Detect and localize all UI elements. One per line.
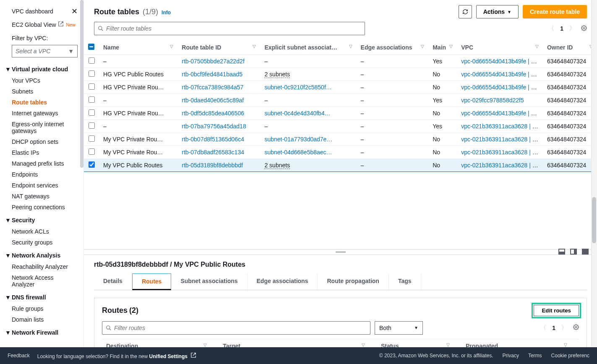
vpc-link[interactable]: vpc-0d66554d0413b49fe | HG… <box>461 71 543 78</box>
vpc-link[interactable]: vpc-021b363911aca3628 | My… <box>461 136 543 143</box>
route-column-header[interactable]: Destination▽ <box>102 339 219 347</box>
ec2-global-view-link[interactable]: EC2 Global View <box>12 21 56 28</box>
cookie-link[interactable]: Cookie preferenc <box>551 353 589 359</box>
table-row[interactable]: My VPC Private Rou…rtb-0b07d8f51365d06c4… <box>84 133 597 146</box>
tab-edge-associations[interactable]: Edge associations <box>248 273 318 290</box>
nav-group-header[interactable]: ▼Security <box>0 213 83 226</box>
subnet-link[interactable]: 2 subnets <box>264 71 290 78</box>
routes-filter-select[interactable]: Both ▼ <box>375 321 423 335</box>
tab-tags[interactable]: Tags <box>389 273 421 290</box>
pane-bottom-button[interactable] <box>558 249 565 255</box>
sidebar-scrollbar[interactable] <box>80 0 83 168</box>
actions-button[interactable]: Actions ▼ <box>476 5 519 18</box>
vpc-dashboard-link[interactable]: VPC dashboard <box>12 8 53 15</box>
route-column-header[interactable]: Propagated▽ <box>461 339 579 347</box>
nav-group-header[interactable]: ▼Network Analysis <box>0 248 83 261</box>
nav-group-header[interactable]: ▼Network Firewall <box>0 325 83 338</box>
nav-item[interactable]: Route tables <box>0 97 83 108</box>
column-header[interactable]: Edge associations▽ <box>357 40 429 55</box>
nav-item[interactable]: Endpoint services <box>0 180 83 191</box>
row-checkbox[interactable] <box>89 148 95 155</box>
row-checkbox[interactable] <box>89 57 95 64</box>
vpc-link[interactable]: vpc-021b363911aca3628 | My… <box>461 162 543 169</box>
nav-item[interactable]: Network Access Analyzer <box>0 272 83 290</box>
vpc-link[interactable]: vpc-0d66554d0413b49fe | HG… <box>461 84 543 91</box>
nav-item[interactable]: Subnets <box>0 86 83 97</box>
routes-settings-button[interactable] <box>573 324 579 331</box>
nav-item[interactable]: Endpoints <box>0 169 83 180</box>
filter-route-tables-search[interactable] <box>94 22 365 35</box>
nav-item[interactable]: Rule groups <box>0 303 83 314</box>
column-header[interactable]: Explicit subnet associat…▽ <box>260 40 356 55</box>
tab-subnet-associations[interactable]: Subnet associations <box>171 273 247 290</box>
route-table-id-link[interactable]: rtb-0b07d8f51365d06c4 <box>182 136 244 143</box>
column-header[interactable]: Route table ID▽ <box>177 40 260 55</box>
subnet-link[interactable]: 2 subnets <box>264 162 290 169</box>
select-all-checkbox[interactable] <box>88 44 94 50</box>
column-header[interactable]: Owner ID▽ <box>543 40 597 55</box>
vpc-link[interactable]: vpc-0d66554d0413b49fe | HG… <box>461 58 543 65</box>
nav-item[interactable]: DHCP option sets <box>0 136 83 147</box>
table-row[interactable]: HG VPC Private Rou…rtb-0df5dc85dea406506… <box>84 107 597 120</box>
row-checkbox[interactable] <box>89 96 95 103</box>
filter-input[interactable] <box>106 25 361 32</box>
tab-route-propagation[interactable]: Route propagation <box>318 273 388 290</box>
route-column-header[interactable]: Target▽ <box>219 339 377 347</box>
table-row[interactable]: My VPC Public Routesrtb-05d3189bf8debbbd… <box>84 159 597 172</box>
nav-item[interactable]: Your VPCs <box>0 75 83 86</box>
table-row[interactable]: HG VPC Private Rou…rtb-07fcca7389c984a57… <box>84 81 597 94</box>
nav-item[interactable]: Security groups <box>0 237 83 248</box>
subnet-id-link[interactable]: subnet-04d668e5b8aec… <box>264 149 332 156</box>
nav-item[interactable]: Elastic IPs <box>0 147 83 158</box>
route-table-id-link[interactable]: rtb-07fcca7389c984a57 <box>182 84 243 91</box>
table-row[interactable]: HG VPC Public Routesrtb-0bcf9fed4841baad… <box>84 68 597 81</box>
nav-item[interactable]: Reachability Analyzer <box>0 261 83 272</box>
nav-group-header[interactable]: ▼Virtual private cloud <box>0 62 83 75</box>
nav-group-header[interactable]: ▼DNS firewall <box>0 290 83 303</box>
nav-item[interactable]: Peering connections <box>0 202 83 213</box>
main-scrollbar-thumb[interactable] <box>592 197 596 243</box>
refresh-button[interactable] <box>459 5 472 18</box>
vpc-link[interactable]: vpc-021b363911aca3628 | My… <box>461 123 543 130</box>
subnet-id-link[interactable]: subnet-01a7793d0ad7e… <box>264 136 332 143</box>
info-link[interactable]: Info <box>162 10 171 16</box>
table-row[interactable]: –rtb-0daed40e06c5c89af––Yesvpc-029fcc978… <box>84 94 597 107</box>
row-checkbox[interactable] <box>89 161 95 168</box>
row-checkbox[interactable] <box>89 109 95 116</box>
row-checkbox[interactable] <box>89 83 95 90</box>
pane-side-button[interactable] <box>570 249 577 255</box>
route-table-id-link[interactable]: rtb-07db8adf26583c134 <box>182 149 244 156</box>
table-row[interactable]: –rtb-07505bbde27a22d2f––Yesvpc-0d66554d0… <box>84 55 597 68</box>
pane-full-button[interactable] <box>582 249 589 255</box>
route-table-id-link[interactable]: rtb-0bcf9fed4841baad5 <box>182 71 242 78</box>
route-table-id-link[interactable]: rtb-07505bbde27a22d2f <box>182 58 244 65</box>
route-table-id-link[interactable]: rtb-0daed40e06c5c89af <box>182 97 244 104</box>
route-table-id-link[interactable]: rtb-05d3189bf8debbbdf <box>182 162 243 169</box>
column-header[interactable]: Name▽ <box>99 40 177 55</box>
next-page-button[interactable]: 〉 <box>569 25 575 32</box>
row-checkbox[interactable] <box>89 122 95 129</box>
create-route-table-button[interactable]: Create route table <box>523 5 587 18</box>
tab-details[interactable]: Details <box>94 273 132 290</box>
row-checkbox[interactable] <box>89 70 95 77</box>
pane-splitter[interactable] <box>84 249 597 255</box>
tab-routes[interactable]: Routes <box>132 273 171 290</box>
privacy-link[interactable]: Privacy <box>503 353 519 359</box>
column-header[interactable]: Main▽ <box>428 40 457 55</box>
close-icon[interactable]: ✕ <box>71 7 78 16</box>
edit-routes-button[interactable]: Edit routes <box>534 305 579 316</box>
nav-item[interactable]: Network ACLs <box>0 226 83 237</box>
routes-next-page[interactable]: 〉 <box>561 324 567 332</box>
settings-button[interactable] <box>581 25 587 32</box>
feedback-link[interactable]: Feedback <box>8 353 30 359</box>
table-row[interactable]: My VPC Private Rou…rtb-07db8adf26583c134… <box>84 146 597 159</box>
column-header[interactable]: VPC▽ <box>457 40 543 55</box>
row-checkbox[interactable] <box>89 135 95 142</box>
nav-item[interactable]: Domain lists <box>0 314 83 325</box>
subnet-id-link[interactable]: subnet-0c4de4d340fb4… <box>264 110 330 117</box>
table-row[interactable]: –rtb-07ba79756a45dad18––Yesvpc-021b36391… <box>84 120 597 133</box>
unified-settings-link[interactable]: Unified Settings <box>149 354 188 359</box>
filter-routes-input[interactable] <box>114 325 367 331</box>
terms-link[interactable]: Terms <box>528 353 542 359</box>
vpc-link[interactable]: vpc-029fcc978858d22f5 <box>461 97 524 104</box>
